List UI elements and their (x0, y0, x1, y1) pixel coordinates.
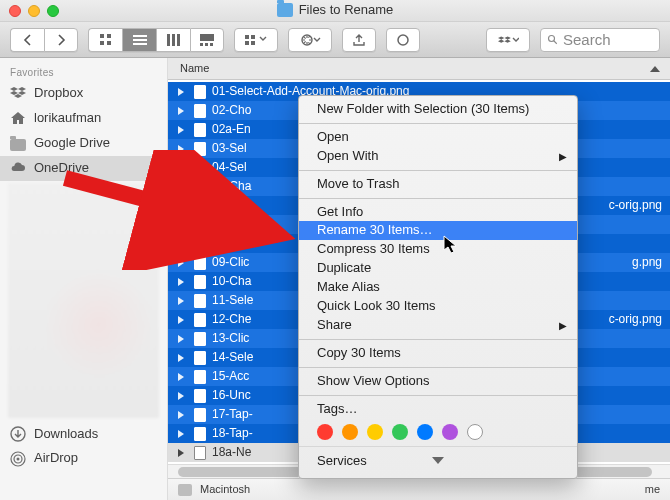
menu-item-show-view-options[interactable]: Show View Options (299, 372, 577, 391)
path-end: me (645, 482, 660, 496)
sidebar-item-dropbox[interactable]: Dropbox (0, 81, 167, 106)
menu-item-copy-30-items[interactable]: Copy 30 Items (299, 344, 577, 363)
menu-item-new-folder-with-selection-30-items[interactable]: New Folder with Selection (30 Items) (299, 100, 577, 119)
svg-rect-15 (251, 35, 255, 39)
file-icon (194, 313, 206, 327)
svg-rect-1 (107, 34, 111, 38)
sidebar-item-airdrop[interactable]: AirDrop (0, 446, 167, 471)
icon-view[interactable] (88, 28, 122, 52)
sidebar-item-downloads[interactable]: Downloads (0, 422, 167, 447)
menu-separator (299, 198, 577, 199)
svg-rect-6 (133, 43, 147, 45)
column-header[interactable]: Name (168, 58, 670, 80)
path-bar[interactable]: Macintosh me (168, 478, 670, 500)
sidebar-item-label: Dropbox (34, 85, 83, 102)
tag-color[interactable] (442, 424, 458, 440)
menu-item-tags[interactable]: Tags… (299, 400, 577, 419)
column-view[interactable] (156, 28, 190, 52)
file-icon (194, 446, 206, 460)
list-view[interactable] (122, 28, 156, 52)
airdrop-icon (10, 451, 26, 467)
disclosure-icon (178, 88, 184, 96)
menu-item-share[interactable]: Share▶ (299, 316, 577, 335)
menu-item-compress-30-items[interactable]: Compress 30 Items (299, 240, 577, 259)
forward-button[interactable] (44, 28, 78, 52)
svg-rect-11 (200, 43, 203, 46)
mouse-cursor-icon (443, 235, 459, 255)
menu-item-move-to-trash[interactable]: Move to Trash (299, 175, 577, 194)
svg-rect-5 (133, 39, 147, 41)
title-bar: Files to Rename (0, 0, 670, 22)
svg-rect-17 (251, 41, 255, 45)
file-name: 17-Tap- (212, 407, 253, 423)
nav-buttons (10, 28, 78, 52)
search-field[interactable]: Search (540, 28, 660, 52)
chevron-right-icon: ▶ (559, 319, 567, 332)
menu-separator (299, 170, 577, 171)
dropbox-toolbar[interactable] (486, 28, 530, 52)
path-device: Macintosh (200, 482, 250, 496)
menu-item-open[interactable]: Open (299, 128, 577, 147)
menu-item-get-info[interactable]: Get Info (299, 203, 577, 222)
menu-item-duplicate[interactable]: Duplicate (299, 259, 577, 278)
folder-icon (10, 135, 26, 151)
chevron-down-icon (432, 457, 444, 464)
tag-color[interactable] (417, 424, 433, 440)
file-icon (194, 294, 206, 308)
group-by[interactable] (234, 28, 278, 52)
file-name: 11-Sele (212, 293, 253, 309)
file-name: 02a-En (212, 122, 251, 138)
tag-color[interactable] (367, 424, 383, 440)
disclosure-icon (178, 297, 184, 305)
svg-rect-16 (245, 41, 249, 45)
disclosure-icon (178, 107, 184, 115)
context-menu[interactable]: New Folder with Selection (30 Items)Open… (298, 95, 578, 479)
dropbox-icon (10, 85, 26, 101)
tags-button[interactable] (386, 28, 420, 52)
file-name: 12-Che (212, 312, 251, 328)
svg-rect-14 (245, 35, 249, 39)
file-icon (194, 408, 206, 422)
svg-point-24 (17, 457, 20, 460)
tag-color[interactable] (392, 424, 408, 440)
cloud-icon (10, 160, 26, 176)
title-text: Files to Rename (299, 2, 394, 19)
menu-item-quick-look-30-items[interactable]: Quick Look 30 Items (299, 297, 577, 316)
disclosure-icon (178, 392, 184, 400)
disclosure-icon (178, 411, 184, 419)
menu-separator (299, 367, 577, 368)
file-icon (194, 275, 206, 289)
menu-separator (299, 339, 577, 340)
share-button[interactable] (342, 28, 376, 52)
file-name: 15-Acc (212, 369, 249, 385)
file-icon (194, 85, 206, 99)
svg-rect-13 (210, 43, 213, 46)
tag-color-row (299, 418, 577, 444)
disclosure-icon (178, 126, 184, 134)
menu-item-peek: Services (317, 453, 367, 470)
home-icon (10, 110, 26, 126)
file-icon (194, 123, 206, 137)
menu-item-open-with[interactable]: Open With▶ (299, 147, 577, 166)
menu-item-make-alias[interactable]: Make Alias (299, 278, 577, 297)
view-mode (88, 28, 224, 52)
menu-scroll-down[interactable]: Services (299, 446, 577, 474)
tag-color[interactable] (342, 424, 358, 440)
action-menu[interactable] (288, 28, 332, 52)
file-name: 16-Unc (212, 388, 251, 404)
disclosure-icon (178, 278, 184, 286)
sidebar-item-label: Downloads (34, 426, 98, 443)
tag-color[interactable] (467, 424, 483, 440)
file-name: 13-Clic (212, 331, 249, 347)
file-icon (194, 370, 206, 384)
gallery-view[interactable] (190, 28, 224, 52)
tag-color[interactable] (317, 424, 333, 440)
sidebar-item-label: lorikaufman (34, 110, 101, 127)
back-button[interactable] (10, 28, 44, 52)
svg-point-19 (398, 35, 408, 45)
file-name-suffix: g.png (632, 255, 662, 271)
toolbar: Search (0, 22, 670, 58)
menu-item-rename-30-items[interactable]: Rename 30 Items… (299, 221, 577, 240)
sidebar-item-lorikaufman[interactable]: lorikaufman (0, 106, 167, 131)
disclosure-icon (178, 335, 184, 343)
